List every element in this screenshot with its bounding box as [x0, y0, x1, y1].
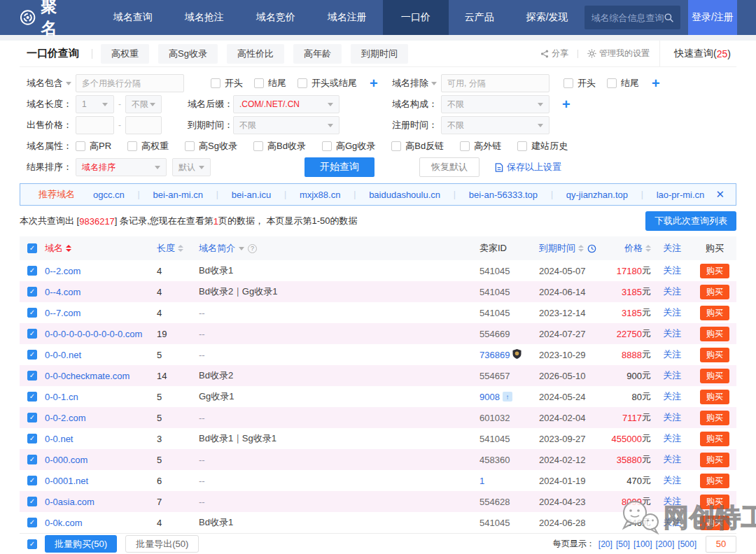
- close-icon[interactable]: ✕: [704, 188, 736, 201]
- buy-button[interactable]: 购买: [700, 369, 729, 383]
- sort-icon[interactable]: [66, 245, 71, 252]
- regtime-select[interactable]: 不限: [441, 116, 550, 134]
- recommend-domain-link[interactable]: ogcc.cn: [93, 190, 125, 200]
- nav-item-3[interactable]: 域名竞价: [240, 0, 312, 35]
- checkbox-icon[interactable]: [211, 78, 220, 88]
- row-checkbox[interactable]: ✓: [27, 518, 37, 527]
- domain-link[interactable]: 0--7.com: [45, 308, 80, 318]
- checkbox-icon[interactable]: [322, 141, 332, 151]
- quick-filter-pill-1[interactable]: 高权重: [101, 44, 149, 64]
- contain-label-select[interactable]: 域名包含: [27, 77, 76, 90]
- row-checkbox[interactable]: ✓: [27, 392, 37, 402]
- follow-link[interactable]: 关注: [663, 264, 681, 277]
- buy-button[interactable]: 购买: [700, 390, 729, 404]
- quick-filter-pill-3[interactable]: 高性价比: [227, 44, 284, 64]
- nav-item-2[interactable]: 域名抢注: [169, 0, 240, 35]
- quick-filter-pill-5[interactable]: 到期时间: [351, 44, 408, 64]
- sort-icon[interactable]: [578, 245, 584, 252]
- checkbox-icon[interactable]: [517, 141, 527, 151]
- seller-id[interactable]: 736869: [479, 350, 510, 360]
- sort-field-select[interactable]: 域名排序: [76, 158, 167, 176]
- checkbox-icon[interactable]: [298, 78, 307, 88]
- compose-select[interactable]: 不限: [441, 95, 550, 113]
- row-checkbox[interactable]: ✓: [27, 476, 37, 485]
- checkbox-icon[interactable]: [185, 141, 195, 151]
- recommend-domain-link[interactable]: baidudashoulu.cn: [369, 190, 440, 200]
- attr-check-8[interactable]: 建站历史: [517, 140, 568, 152]
- per-page-option-1[interactable]: [20]: [598, 539, 612, 549]
- row-checkbox[interactable]: ✓: [27, 455, 37, 464]
- exclude-label-select[interactable]: 域名排除: [392, 77, 441, 90]
- row-checkbox[interactable]: ✓: [27, 266, 37, 276]
- row-checkbox[interactable]: ✓: [27, 497, 37, 506]
- header-intro[interactable]: 域名简介 ?: [192, 242, 479, 255]
- domain-link[interactable]: 0--2.com: [45, 266, 80, 276]
- attr-check-2[interactable]: 高权重: [127, 140, 169, 152]
- price-min-input[interactable]: [76, 116, 114, 134]
- per-page-option-5[interactable]: [500]: [678, 539, 696, 549]
- checkbox-icon[interactable]: [254, 78, 264, 88]
- nav-item-1[interactable]: 域名查询: [97, 0, 169, 35]
- domain-link[interactable]: 0-000.com: [45, 455, 88, 465]
- per-page-input[interactable]: [706, 536, 736, 553]
- buy-button[interactable]: 购买: [700, 432, 729, 446]
- per-page-option-3[interactable]: [100]: [634, 539, 652, 549]
- nav-item-7[interactable]: 探索/发现: [510, 0, 584, 35]
- follow-link[interactable]: 关注: [663, 411, 681, 424]
- follow-link[interactable]: 关注: [663, 516, 681, 529]
- seller-id[interactable]: 1: [479, 476, 484, 486]
- exclude-check-2[interactable]: 结尾: [607, 77, 639, 90]
- recommend-domain-link[interactable]: lao-pr-mi.cn: [657, 190, 705, 200]
- search-icon[interactable]: [664, 13, 673, 23]
- buy-button[interactable]: 购买: [700, 327, 729, 341]
- checkbox-icon[interactable]: [564, 78, 573, 88]
- attr-check-7[interactable]: 高外链: [460, 140, 501, 152]
- attr-check-6[interactable]: 高Bd反链: [391, 140, 444, 152]
- add-exclude-condition-button[interactable]: +: [652, 76, 660, 90]
- quick-filter-pill-2[interactable]: 高Sg收录: [158, 44, 218, 64]
- domain-link[interactable]: 0-0-1.cn: [45, 392, 78, 402]
- domain-link[interactable]: 0-0asia.com: [45, 497, 94, 507]
- login-register-button[interactable]: 登录/注册: [688, 0, 737, 35]
- nav-search-input[interactable]: [592, 13, 664, 23]
- row-checkbox[interactable]: ✓: [27, 434, 37, 443]
- expire-select[interactable]: 不限: [233, 116, 340, 134]
- select-all-checkbox[interactable]: ✓: [27, 243, 37, 253]
- tab-fixed-price-query[interactable]: 一口价查询: [20, 47, 86, 60]
- brand-logo[interactable]: 聚名: [20, 0, 69, 39]
- manage-settings-link[interactable]: 管理我的设置: [587, 48, 650, 59]
- buy-button[interactable]: 购买: [700, 264, 729, 278]
- buy-button[interactable]: 购买: [700, 516, 729, 530]
- follow-link[interactable]: 关注: [663, 453, 681, 466]
- attr-check-1[interactable]: 高PR: [76, 140, 111, 152]
- refresh-clock-icon[interactable]: [587, 244, 596, 253]
- price-max-input[interactable]: [125, 116, 162, 134]
- suffix-select[interactable]: .COM/.NET/.CN: [233, 95, 340, 113]
- follow-link[interactable]: 关注: [663, 432, 681, 445]
- buy-button[interactable]: 购买: [700, 348, 729, 362]
- contain-input[interactable]: [76, 74, 184, 92]
- nav-item-5[interactable]: 一口价: [383, 0, 449, 35]
- buy-button[interactable]: 购买: [700, 306, 729, 320]
- contain-check-2[interactable]: 结尾: [254, 77, 286, 90]
- header-expire[interactable]: 到期时间: [539, 242, 606, 255]
- checkbox-icon[interactable]: [76, 141, 85, 151]
- domain-link[interactable]: 0-0k.com: [45, 518, 82, 528]
- header-domain[interactable]: 域名: [45, 242, 150, 255]
- start-query-button[interactable]: 开始查询: [304, 157, 374, 177]
- bulk-export-button[interactable]: 批量导出(50): [125, 535, 199, 553]
- exclude-input[interactable]: [441, 74, 550, 92]
- buy-button[interactable]: 购买: [700, 411, 729, 425]
- domain-link[interactable]: 0-0-0.net: [45, 350, 81, 360]
- recommend-domain-link[interactable]: bei-an-56333.top: [469, 190, 538, 200]
- nav-search-box[interactable]: [584, 6, 681, 29]
- follow-link[interactable]: 关注: [663, 495, 681, 508]
- follow-link[interactable]: 关注: [663, 285, 681, 298]
- domain-link[interactable]: 0--4.com: [45, 287, 80, 297]
- row-checkbox[interactable]: ✓: [27, 413, 37, 422]
- attr-check-5[interactable]: 高Gg收录: [322, 140, 375, 152]
- follow-link[interactable]: 关注: [663, 348, 681, 361]
- recommend-domain-link[interactable]: bei-an-mi.cn: [153, 190, 204, 200]
- footer-select-all-checkbox[interactable]: ✓: [27, 539, 37, 549]
- domain-link[interactable]: 0-0.net: [45, 434, 73, 444]
